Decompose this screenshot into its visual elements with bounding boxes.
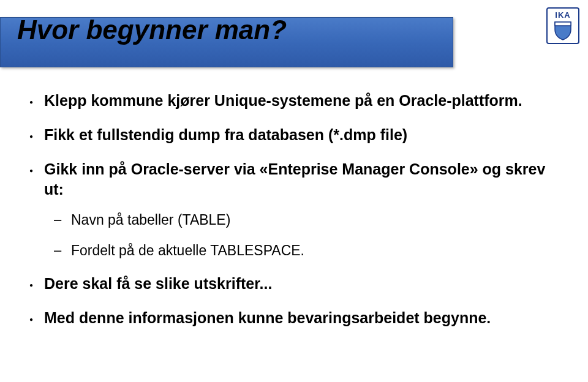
sub-list: Navn på tabeller (TABLE) Fordelt på de a… <box>44 211 561 260</box>
shield-icon <box>554 21 572 40</box>
bullet-text: Klepp kommune kjører Unique-systemene på… <box>44 92 522 109</box>
bullet-text: Gikk inn på Oracle-server via «Enteprise… <box>44 160 545 198</box>
bullet-item: Gikk inn på Oracle-server via «Enteprise… <box>27 159 561 260</box>
logo-text: IKA <box>555 10 570 20</box>
sub-item-text: Fordelt på de aktuelle TABLESPACE. <box>71 242 304 258</box>
sub-item: Navn på tabeller (TABLE) <box>44 211 561 230</box>
bullet-list: Klepp kommune kjører Unique-systemene på… <box>27 91 561 328</box>
slide-title: Hvor begynner man? <box>17 15 287 45</box>
bullet-text: Med denne informasjonen kunne bevaringsa… <box>44 309 491 326</box>
content-area: Klepp kommune kjører Unique-systemene på… <box>27 91 561 342</box>
bullet-text: Dere skal få se slike utskrifter... <box>44 275 272 292</box>
bullet-text: Fikk et fullstendig dump fra databasen (… <box>44 126 407 143</box>
bullet-item: Dere skal få se slike utskrifter... <box>27 274 561 294</box>
bullet-item: Med denne informasjonen kunne bevaringsa… <box>27 308 561 329</box>
sub-item: Fordelt på de aktuelle TABLESPACE. <box>44 242 561 260</box>
bullet-item: Klepp kommune kjører Unique-systemene på… <box>27 91 561 111</box>
bullet-item: Fikk et fullstendig dump fra databasen (… <box>27 125 561 146</box>
sub-item-text: Navn på tabeller (TABLE) <box>71 212 230 228</box>
logo-badge: IKA <box>546 7 579 44</box>
